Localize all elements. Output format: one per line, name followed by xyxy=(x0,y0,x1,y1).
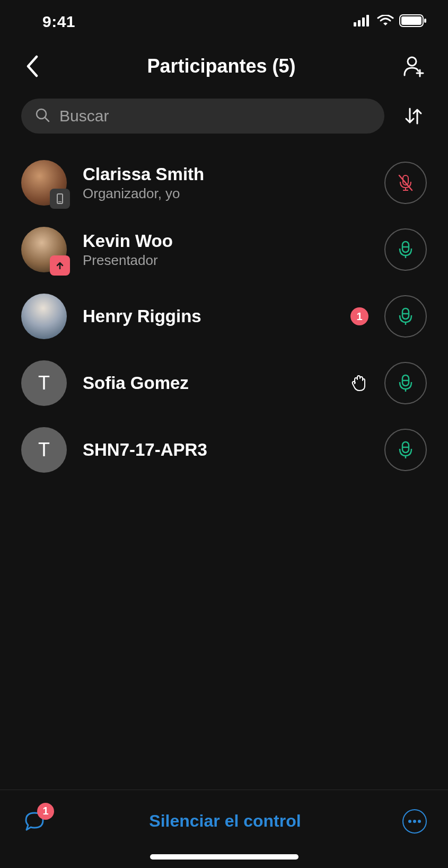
svg-rect-0 xyxy=(354,22,356,26)
screen-share-overlay-icon xyxy=(50,255,70,276)
mic-active-button[interactable] xyxy=(384,362,427,404)
cellular-icon xyxy=(354,15,372,29)
mic-on-icon xyxy=(398,240,414,260)
participant-indicators: 1 xyxy=(350,307,368,325)
mic-on-icon xyxy=(398,373,414,393)
sort-arrows-icon xyxy=(403,105,424,127)
avatar xyxy=(21,294,67,339)
svg-point-17 xyxy=(413,820,416,823)
participant-row[interactable]: Henry Riggins 1 xyxy=(21,283,427,350)
participant-info: Kevin Woo Presentador xyxy=(83,231,368,269)
svg-point-7 xyxy=(408,57,416,66)
search-row xyxy=(0,99,448,134)
svg-rect-3 xyxy=(366,15,369,26)
search-box[interactable] xyxy=(21,99,384,134)
mic-on-icon xyxy=(398,440,414,460)
svg-point-18 xyxy=(418,820,421,823)
mic-active-button[interactable] xyxy=(384,295,427,338)
add-participant-button[interactable] xyxy=(400,53,427,79)
participant-name: Sofia Gomez xyxy=(83,373,333,393)
mic-on-icon xyxy=(398,306,414,326)
notification-badge: 1 xyxy=(350,307,368,325)
participant-info: Sofia Gomez xyxy=(83,373,333,393)
mute-all-button[interactable]: Silenciar el control xyxy=(149,811,301,831)
participant-info: Henry Riggins xyxy=(83,306,335,326)
participant-row[interactable]: Kevin Woo Presentador xyxy=(21,216,427,283)
mic-active-button[interactable] xyxy=(384,429,427,471)
avatar: T xyxy=(21,427,67,473)
participant-name: Henry Riggins xyxy=(83,306,335,326)
participant-role: Presentador xyxy=(83,252,368,269)
more-options-button[interactable] xyxy=(402,809,427,834)
svg-rect-10 xyxy=(58,201,62,202)
participant-info: Clarissa Smith Organizador, yo xyxy=(83,164,368,202)
participant-list: Clarissa Smith Organizador, yo Kevin Woo… xyxy=(0,134,448,483)
wifi-icon xyxy=(377,15,394,29)
status-indicators xyxy=(354,14,427,29)
avatar xyxy=(21,160,67,206)
participant-indicators xyxy=(349,374,368,393)
svg-rect-5 xyxy=(401,16,421,25)
home-indicator[interactable] xyxy=(150,854,298,860)
avatar xyxy=(21,227,67,272)
search-icon xyxy=(35,108,50,125)
participant-name: Kevin Woo xyxy=(83,231,368,251)
status-time: 9:41 xyxy=(42,13,75,31)
chat-button[interactable]: 1 xyxy=(21,808,48,835)
avatar-initials: T xyxy=(21,427,67,473)
participant-row[interactable]: Clarissa Smith Organizador, yo xyxy=(21,149,427,216)
search-input[interactable] xyxy=(59,107,371,125)
svg-rect-6 xyxy=(424,19,426,23)
hand-raised-icon xyxy=(349,374,368,393)
sort-button[interactable] xyxy=(400,103,427,129)
page-title: Participantes (5) xyxy=(42,55,400,77)
mic-off-icon xyxy=(396,173,416,193)
chevron-left-icon xyxy=(25,55,38,77)
mic-active-button[interactable] xyxy=(384,228,427,271)
svg-rect-1 xyxy=(358,20,361,26)
header: Participantes (5) xyxy=(0,37,448,95)
svg-point-16 xyxy=(408,820,411,823)
participant-name: SHN7-17-APR3 xyxy=(83,440,368,460)
avatar: T xyxy=(21,360,67,406)
more-horizontal-icon xyxy=(408,819,421,823)
participant-row[interactable]: T Sofia Gomez xyxy=(21,350,427,417)
status-bar: 9:41 xyxy=(0,0,448,37)
mic-muted-button[interactable] xyxy=(384,162,427,204)
participant-role: Organizador, yo xyxy=(83,185,368,202)
participant-row[interactable]: T SHN7-17-APR3 xyxy=(21,417,427,483)
participant-info: SHN7-17-APR3 xyxy=(83,440,368,460)
participant-name: Clarissa Smith xyxy=(83,164,368,184)
phone-overlay-icon xyxy=(50,189,70,209)
battery-icon xyxy=(399,14,427,29)
person-add-icon xyxy=(402,55,425,77)
avatar-initials: T xyxy=(21,360,67,406)
chat-badge: 1 xyxy=(37,803,54,820)
svg-rect-2 xyxy=(362,17,365,26)
back-button[interactable] xyxy=(21,53,42,79)
